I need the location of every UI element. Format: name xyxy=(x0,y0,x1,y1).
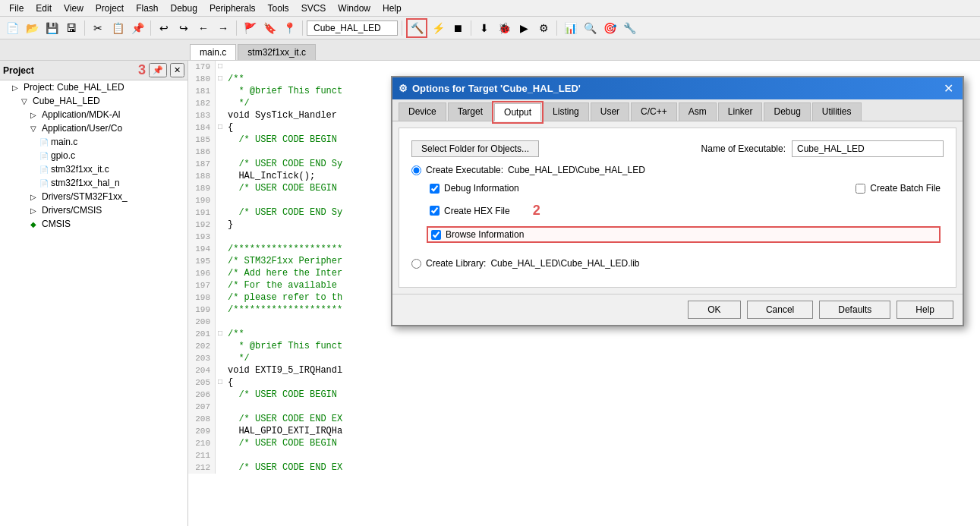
debug-start-btn[interactable]: 🐞 xyxy=(495,19,513,37)
line-number: 203 xyxy=(188,352,216,364)
paste-btn[interactable]: 📌 xyxy=(128,19,147,37)
tree-drivers-stm32[interactable]: ▷ Drivers/STM32F1xx_ xyxy=(0,190,187,203)
menu-svcs[interactable]: SVCS xyxy=(295,2,332,15)
dtab-cc[interactable]: C/C++ xyxy=(631,102,677,121)
sep2 xyxy=(150,20,151,36)
misc3-btn[interactable]: 🎯 xyxy=(600,19,619,37)
menu-help[interactable]: Help xyxy=(377,2,408,15)
tree-app-user[interactable]: ▽ Application/User/Co xyxy=(0,121,187,135)
dialog-tabs: Device Target Output Listing User C/C++ … xyxy=(392,99,963,121)
collapse-btn[interactable]: □ xyxy=(216,121,225,134)
menu-file[interactable]: File xyxy=(3,2,30,15)
bmark3-btn[interactable]: 📍 xyxy=(280,19,298,37)
undo-btn[interactable]: ↩ xyxy=(155,19,173,37)
tree-file-stm32-it[interactable]: 📄 stm32f1xx_it.c xyxy=(0,162,187,176)
line-content: void EXTI9_5_IRQHandl xyxy=(225,364,342,376)
tree-cube-hal-led[interactable]: ▽ Cube_HAL_LED xyxy=(0,94,187,108)
ok-btn[interactable]: OK xyxy=(688,301,741,319)
tree-drivers-cmsis[interactable]: ▷ Drivers/CMSIS xyxy=(0,203,187,217)
dtab-linker[interactable]: Linker xyxy=(718,102,763,121)
create-hex-row: Create HEX File 2 xyxy=(427,201,944,220)
tree-project-root[interactable]: ▷ Project: Cube_HAL_LED xyxy=(0,80,187,94)
copy-btn[interactable]: 📋 xyxy=(109,19,127,37)
tree-file-stm32-hal[interactable]: 📄 stm32f1xx_hal_n xyxy=(0,176,187,190)
menu-debug[interactable]: Debug xyxy=(165,2,203,15)
create-hex-checkbox[interactable] xyxy=(430,206,440,216)
cut-btn[interactable]: ✂ xyxy=(89,19,107,37)
sep5 xyxy=(402,20,402,36)
bmark1-btn[interactable]: 🚩 xyxy=(241,19,259,37)
misc4-btn[interactable]: 🔧 xyxy=(620,19,638,37)
create-executable-label: Create Executable: xyxy=(426,165,503,175)
download-btn[interactable]: ⬇ xyxy=(475,19,493,37)
rebuild-btn[interactable]: ⚡ xyxy=(429,19,447,37)
cancel-btn[interactable]: Cancel xyxy=(747,301,813,319)
dtab-target[interactable]: Target xyxy=(448,102,493,121)
save-all-btn[interactable]: 🖫 xyxy=(62,19,80,37)
tree-item-label-6: gpio.c xyxy=(51,150,75,161)
menu-view[interactable]: View xyxy=(58,2,90,15)
options-dialog[interactable]: ⚙ Options for Target 'Cube_HAL_LED' ✕ De… xyxy=(391,76,964,326)
build-btn[interactable]: 🔨 xyxy=(406,18,427,38)
dtab-asm[interactable]: Asm xyxy=(679,102,717,121)
misc1-btn[interactable]: 📊 xyxy=(561,19,579,37)
settings-btn[interactable]: ⚙ xyxy=(534,19,553,37)
create-library-radio[interactable] xyxy=(411,259,421,269)
debug-info-checkbox[interactable] xyxy=(430,184,440,194)
line-content: /* USER CODE END Sy xyxy=(225,206,342,219)
sep3 xyxy=(236,20,237,36)
dtab-device[interactable]: Device xyxy=(399,102,446,121)
open-btn[interactable]: 📂 xyxy=(23,19,41,37)
help-btn[interactable]: Help xyxy=(896,301,953,319)
tab-stm32-it[interactable]: stm32f1xx_it.c xyxy=(238,44,316,60)
defaults-btn[interactable]: Defaults xyxy=(819,301,890,319)
active-project-label: Cube_HAL_LED xyxy=(307,20,398,36)
line-content: /* please refer to th xyxy=(225,291,342,304)
tree-app-mdk[interactable]: ▷ Application/MDK-Al xyxy=(0,108,187,121)
line-content: */ xyxy=(225,97,250,109)
run-btn[interactable]: ▶ xyxy=(515,19,533,37)
tree-file-main-c[interactable]: 📄 main.c xyxy=(0,135,187,149)
menu-edit[interactable]: Edit xyxy=(30,2,58,15)
sidebar-close-btn[interactable]: ✕ xyxy=(170,63,184,77)
debug-info-row: Debug Information Create Batch File xyxy=(427,181,944,195)
sidebar-pin-btn[interactable]: 📌 xyxy=(149,63,167,77)
menu-window[interactable]: Window xyxy=(332,2,377,15)
misc2-btn[interactable]: 🔍 xyxy=(581,19,599,37)
line-number: 196 xyxy=(188,267,216,279)
back-btn[interactable]: ← xyxy=(194,19,213,37)
menu-peripherals[interactable]: Peripherals xyxy=(203,2,262,15)
collapse-btn[interactable]: □ xyxy=(216,61,225,73)
create-batch-checkbox[interactable] xyxy=(856,184,865,194)
dtab-output[interactable]: Output xyxy=(494,103,541,121)
tab-main-c[interactable]: main.c xyxy=(190,44,236,60)
new-file-btn[interactable]: 📄 xyxy=(3,19,21,37)
tree-item-label-9: Drivers/STM32F1xx_ xyxy=(42,191,128,202)
menu-tools[interactable]: Tools xyxy=(262,2,295,15)
create-executable-radio[interactable] xyxy=(411,165,421,175)
line-content: /** xyxy=(225,73,244,85)
redo-btn[interactable]: ↪ xyxy=(175,19,193,37)
dtab-listing[interactable]: Listing xyxy=(543,102,589,121)
line-content: /* USER CODE BEGIN xyxy=(225,389,337,401)
stop-btn[interactable]: ⏹ xyxy=(449,19,467,37)
collapse-btn[interactable]: □ xyxy=(216,73,225,85)
collapse-btn[interactable]: □ xyxy=(216,328,225,340)
tree-file-gpio-c[interactable]: 📄 gpio.c xyxy=(0,149,187,162)
tree-cmsis[interactable]: ◆ CMSIS xyxy=(0,217,187,231)
bmark2-btn[interactable]: 🔖 xyxy=(260,19,279,37)
dtab-user[interactable]: User xyxy=(591,102,629,121)
line-number: 205 xyxy=(188,376,216,389)
dtab-debug[interactable]: Debug xyxy=(764,102,810,121)
dialog-close-btn[interactable]: ✕ xyxy=(941,81,956,96)
save-btn[interactable]: 💾 xyxy=(43,19,61,37)
collapse-btn[interactable]: □ xyxy=(216,376,225,389)
menu-flash[interactable]: Flash xyxy=(130,2,164,15)
line-number: 212 xyxy=(188,461,216,474)
select-folder-btn[interactable]: Select Folder for Objects... xyxy=(411,140,539,157)
executable-input[interactable] xyxy=(792,140,944,157)
browse-info-checkbox[interactable] xyxy=(431,230,441,240)
fwd-btn[interactable]: → xyxy=(214,19,232,37)
dtab-utilities[interactable]: Utilities xyxy=(812,102,862,121)
menu-project[interactable]: Project xyxy=(90,2,130,15)
